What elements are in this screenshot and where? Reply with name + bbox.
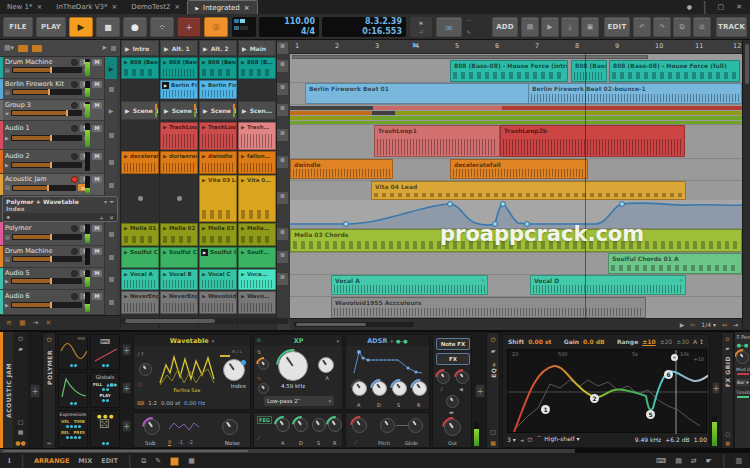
file-button[interactable]: FILE bbox=[3, 17, 33, 37]
arm-button[interactable] bbox=[71, 225, 78, 232]
io-arrows-icon[interactable]: ⇄ bbox=[691, 458, 697, 465]
zoom-fit-icon[interactable]: ⇥ bbox=[733, 322, 738, 328]
feg-s-knob[interactable] bbox=[312, 418, 326, 432]
mod-dice-tile[interactable]: ⚄ ● ● ● bbox=[90, 410, 120, 448]
eq-range-20[interactable]: ±20 bbox=[660, 338, 673, 345]
pitch-knob[interactable] bbox=[380, 418, 395, 433]
close-icon[interactable]: ✕ bbox=[109, 214, 114, 221]
track-row[interactable]: Audio 5 S M ▶≡ bbox=[0, 268, 104, 290]
comp-icon[interactable]: ∿ bbox=[481, 277, 485, 283]
arranger-clip[interactable]: 808 (Bass-08) - House Force (full) bbox=[609, 60, 740, 82]
filter-mode-select[interactable]: Low-pass 2″▾ bbox=[264, 396, 334, 406]
track-row[interactable]: Audio 2 S M ▶≡ bbox=[0, 150, 104, 174]
groove-button[interactable]: ⁘ bbox=[150, 17, 174, 37]
close-icon[interactable]: × bbox=[36, 3, 42, 11]
eq-band-q[interactable]: 1.00 bbox=[694, 436, 707, 443]
notification-dot-icon[interactable]: ● bbox=[687, 4, 692, 10]
launcher-stop-cell[interactable] bbox=[104, 290, 117, 315]
launcher-clip[interactable]: ▶Mella 03 C… bbox=[199, 223, 237, 246]
launcher-clip[interactable]: ▶deceleratefall bbox=[121, 151, 159, 174]
adsr-graph[interactable] bbox=[350, 348, 427, 376]
arranger-clip[interactable]: deceleratefall bbox=[450, 159, 588, 179]
folder-icon[interactable]: ▰ bbox=[5, 111, 9, 116]
mute-button[interactable]: M bbox=[92, 248, 102, 255]
track-row[interactable]: Drum Machine S M ▤≡ bbox=[0, 246, 104, 268]
shape-knob[interactable] bbox=[139, 363, 152, 376]
track-row[interactable]: Audio 1 S M ▶≡ bbox=[0, 121, 104, 150]
arm-button-active[interactable] bbox=[71, 176, 78, 183]
launcher-stop-cell[interactable] bbox=[104, 268, 117, 290]
mod-route-icon[interactable]: ⬡ bbox=[138, 381, 142, 387]
launcher-stop-cell[interactable] bbox=[104, 222, 117, 246]
eq-band-handle[interactable]: 6 bbox=[664, 370, 673, 379]
eq-band-type[interactable]: ⌒ High-shelf ▾ bbox=[536, 435, 579, 444]
typing-keyboard-icon[interactable]: ⌨ bbox=[656, 458, 666, 465]
arm-button[interactable] bbox=[71, 102, 78, 109]
launcher-clip[interactable]: ▶808 (B… bbox=[238, 57, 276, 79]
launcher-clip-playing[interactable]: ▶Berlin Fire… bbox=[160, 80, 198, 99]
wavetable-name[interactable]: Farfisa Sax bbox=[158, 387, 216, 393]
tab-demotest2[interactable]: DemoTest2× bbox=[124, 0, 187, 14]
index-knob[interactable] bbox=[223, 359, 245, 381]
arm-button[interactable] bbox=[71, 125, 78, 132]
power-icon[interactable]: ⏻ bbox=[18, 336, 23, 342]
mod-keytrack-tile[interactable]: ⌨ bbox=[90, 334, 120, 370]
browser-icon[interactable]: ▣ bbox=[581, 17, 599, 37]
device-track-label[interactable]: ACOUSTIC JAM bbox=[0, 332, 13, 450]
eq-gain-value[interactable]: 0.0 dB bbox=[583, 338, 605, 345]
launcher-clip[interactable]: ▶Vita 03 Lead bbox=[199, 175, 237, 222]
eq-band-count[interactable]: 3 ▾ bbox=[507, 436, 516, 443]
cursor-tool-icon[interactable]: ➤ bbox=[101, 45, 107, 52]
play-button[interactable]: ▶ bbox=[69, 17, 93, 37]
loop-range-bar[interactable] bbox=[292, 55, 648, 59]
row-stop-button[interactable]: ≣ bbox=[277, 192, 288, 204]
arranger-clip[interactable]: TrashLoop1 bbox=[374, 125, 500, 157]
arranger-clip[interactable]: Soulful Chords 01 A bbox=[608, 253, 742, 274]
dots-icon[interactable]: ●● bbox=[15, 439, 25, 446]
device-selector-popup[interactable]: Polymer + Wavetable ▾ ⏷ Index ★ + ✕ bbox=[2, 196, 118, 222]
chevron-down-icon[interactable]: ▾ ⏷ bbox=[104, 198, 114, 205]
arrange-view-button[interactable]: ARRANGE bbox=[34, 457, 69, 465]
volume-fader[interactable] bbox=[12, 256, 82, 262]
mixer-panel-toggle[interactable]: ▦ bbox=[188, 458, 195, 465]
bar-select[interactable]: Bar ▾ bbox=[736, 379, 749, 386]
empty-slot-dot[interactable] bbox=[177, 196, 182, 201]
add-modulator-button[interactable]: + bbox=[122, 382, 131, 394]
redo-icon[interactable]: ↷ bbox=[653, 17, 671, 37]
metronome-box[interactable]: ⚑⊿ bbox=[410, 17, 432, 37]
launcher-clip[interactable]: ▶Mella 02 C… bbox=[160, 223, 198, 246]
vertical-scrollbar[interactable] bbox=[742, 40, 750, 330]
launcher-clip[interactable]: ▶NeverEngin… bbox=[121, 291, 159, 314]
automation-toggle-box[interactable] bbox=[232, 17, 256, 37]
launcher-clip[interactable]: ▶Soulful Cho… bbox=[160, 247, 198, 268]
arranger-scrollbar[interactable] bbox=[294, 322, 414, 327]
amp-a-knob[interactable] bbox=[352, 381, 367, 396]
scene-header[interactable]: ▶Main bbox=[238, 40, 276, 56]
volume-fader[interactable] bbox=[12, 67, 82, 73]
feg-r-knob[interactable] bbox=[328, 418, 342, 432]
add-device-button[interactable]: + bbox=[712, 382, 720, 394]
arranger-clip[interactable]: Vocal D∿ bbox=[530, 275, 686, 295]
volume-fader[interactable] bbox=[12, 89, 82, 95]
power-icon[interactable]: ⏻ bbox=[491, 336, 496, 344]
close-icon[interactable]: × bbox=[111, 3, 117, 11]
edit-view-button[interactable]: EDIT bbox=[101, 457, 118, 465]
perf-panel[interactable]: ⠿ Perf ●─● Mod De Bar ▾ Timeba bbox=[735, 332, 750, 450]
eq-band-handle[interactable]: 2 bbox=[590, 394, 599, 403]
noise-knob[interactable] bbox=[222, 419, 238, 435]
launcher-clip[interactable]: ▶808 (Bass-… bbox=[199, 57, 237, 79]
mute-button[interactable]: M bbox=[92, 59, 102, 66]
pen-tool-icon[interactable]: ✎ bbox=[155, 458, 161, 465]
chevron-down-icon[interactable]: ▾ bbox=[212, 338, 215, 344]
volume-fader[interactable] bbox=[11, 135, 82, 141]
sub-octave-0[interactable]: 0 bbox=[168, 439, 171, 445]
arm-button[interactable] bbox=[71, 81, 78, 88]
launcher-clip[interactable]: ▶fallon… bbox=[238, 151, 276, 174]
add-icon[interactable]: + bbox=[99, 214, 104, 221]
row-stop-button[interactable]: ≣ bbox=[277, 60, 288, 72]
track-type-icon[interactable]: ▤▾ bbox=[4, 45, 14, 52]
volume-fader[interactable] bbox=[11, 302, 82, 308]
edit-button[interactable]: EDIT bbox=[604, 17, 630, 37]
launcher-stop-cell[interactable] bbox=[104, 246, 117, 268]
arranger-clip[interactable]: Berlin Firework Beat 02-bounce-1 bbox=[528, 83, 742, 104]
